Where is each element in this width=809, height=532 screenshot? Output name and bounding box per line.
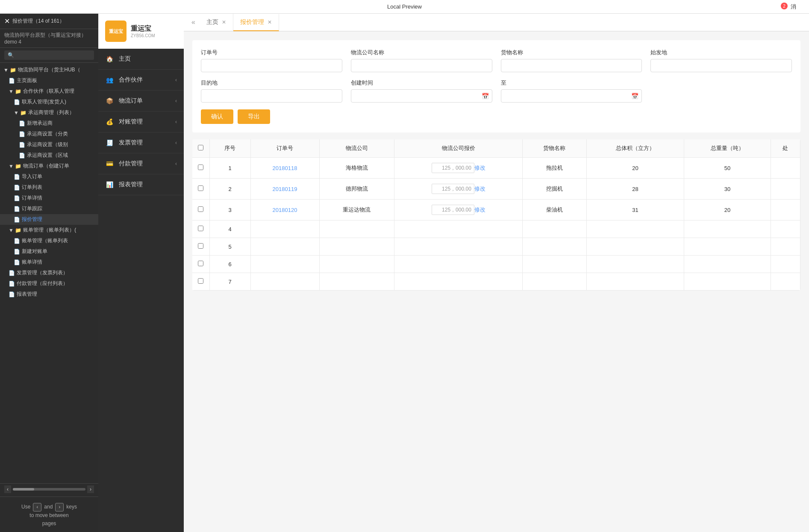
tree-item[interactable]: ▼ 📁 承运商管理（列表） — [0, 107, 98, 118]
price-input[interactable] — [432, 205, 474, 215]
tab-home[interactable]: 主页 ✕ — [200, 14, 233, 31]
sidebar-item-invoice[interactable]: 🧾发票管理‹ — [98, 132, 184, 153]
search-form: 订单号 物流公司名称 货物名称 始发地 — [192, 40, 800, 132]
notification-label[interactable]: 消 — [791, 3, 796, 11]
input-order-no[interactable] — [201, 59, 342, 72]
left-panel-header: ✕ 报价管理（14 of 161） — [0, 14, 98, 29]
tree-item[interactable]: 📄 新建对账单 — [0, 246, 98, 257]
use-text: Use — [21, 503, 30, 511]
tab-quotation[interactable]: 报价管理 ✕ — [233, 14, 279, 31]
nav-next-btn[interactable]: › — [87, 485, 94, 493]
tree-item[interactable]: 📄 承运商设置（区域 — [0, 150, 98, 161]
cell-index: 4 — [209, 220, 250, 238]
cell-index: 1 — [209, 158, 250, 179]
cell-company: 海格物流 — [319, 158, 394, 179]
cell-order-no[interactable]: 20180119 — [250, 179, 319, 200]
left-search-input[interactable] — [4, 50, 94, 60]
sidebar-item-label: 对账管理 — [119, 118, 143, 126]
sidebar-item-label: 合作伙伴 — [119, 76, 143, 84]
tree-item[interactable]: 📄 新增承运商 — [0, 118, 98, 129]
sidebar-item-accounting[interactable]: 💰对账管理‹ — [98, 112, 184, 132]
tab-quotation-close[interactable]: ✕ — [268, 19, 272, 25]
cell-price — [394, 220, 523, 238]
input-destination[interactable] — [201, 89, 342, 103]
input-create-time-end[interactable] — [501, 89, 642, 103]
tree-item[interactable]: 📄 主页面板 — [0, 75, 98, 86]
brand-logo: 重运宝 — [105, 21, 126, 42]
order-link[interactable]: 20180118 — [273, 165, 297, 171]
tree-item[interactable]: 📄 导入订单 — [0, 171, 98, 182]
tree-item[interactable]: ▼ 📁 物流订单（创建订单 — [0, 161, 98, 171]
input-create-time-start[interactable] — [351, 89, 492, 103]
tree-item[interactable]: 📄 订单列表 — [0, 182, 98, 193]
cell-price — [394, 238, 523, 256]
sidebar-item-payment[interactable]: 💳付款管理‹ — [98, 153, 184, 174]
tree-item[interactable]: 📄 报表管理 — [0, 289, 98, 300]
chevron-right-icon: ‹ — [175, 77, 177, 83]
modify-button[interactable]: 修改 — [474, 164, 485, 172]
page-icon: 📄 — [14, 217, 20, 223]
sidebar-item-home[interactable]: 🏠主页 — [98, 49, 184, 70]
tab-home-close[interactable]: ✕ — [222, 19, 226, 25]
input-cargo-name[interactable] — [501, 59, 642, 72]
modify-button[interactable]: 修改 — [474, 206, 485, 214]
table-body: 120180118海格物流修改拖拉机2050220180119德邦物流修改挖掘机… — [192, 158, 800, 291]
tree-item[interactable]: 📄 报价管理 — [0, 214, 98, 225]
page-icon: 📄 — [14, 195, 20, 201]
content-area: « 主页 ✕ 报价管理 ✕ 订单号 物流公司名称 — [184, 14, 809, 532]
tree-item[interactable]: 📄 发票管理（发票列表） — [0, 267, 98, 278]
row-checkbox[interactable] — [198, 165, 203, 170]
field-order-no: 订单号 — [201, 49, 342, 72]
row-checkbox[interactable] — [198, 261, 203, 266]
next-key: › — [55, 503, 64, 511]
tab-collapse-btn[interactable]: « — [187, 14, 200, 31]
nav-prev-btn[interactable]: ‹ — [4, 485, 11, 493]
tree-item[interactable]: 📄 订单跟踪 — [0, 203, 98, 214]
order-link[interactable]: 20180119 — [273, 186, 297, 192]
cell-cargo-name — [523, 256, 586, 273]
order-link[interactable]: 20180120 — [273, 207, 297, 213]
select-all-checkbox[interactable] — [198, 145, 203, 150]
tree-item[interactable]: 📄 付款管理（应付列表） — [0, 278, 98, 289]
price-input[interactable] — [432, 163, 474, 173]
sidebar-item-partners[interactable]: 👥合作伙伴‹ — [98, 70, 184, 91]
label-create-time: 创建时间 — [351, 79, 492, 87]
tree-item[interactable]: 📄 账单详情 — [0, 257, 98, 267]
row-checkbox[interactable] — [198, 206, 203, 212]
field-cargo-name: 货物名称 — [501, 49, 642, 72]
tree-item-label: 新建对账单 — [22, 248, 47, 255]
cell-order-no[interactable]: 20180118 — [250, 158, 319, 179]
page-icon: 📄 — [14, 259, 20, 265]
cell-weight — [684, 220, 771, 238]
tree-item[interactable]: ▼ 📁 账单管理（账单列表）( — [0, 225, 98, 235]
export-button[interactable]: 导出 — [238, 109, 270, 124]
cell-company — [319, 273, 394, 291]
close-icon[interactable]: ✕ — [4, 17, 10, 25]
tree-item[interactable]: 📄 账单管理（账单列表 — [0, 235, 98, 246]
notification-badge[interactable]: 2 — [781, 3, 788, 9]
row-checkbox[interactable] — [198, 226, 203, 231]
cell-volume — [586, 273, 684, 291]
tree-item[interactable]: 📄 联系人管理(发货人) — [0, 97, 98, 107]
sidebar-item-orders[interactable]: 📦物流订单‹ — [98, 91, 184, 112]
col-checkbox — [192, 139, 209, 158]
confirm-button[interactable]: 确认 — [201, 109, 233, 124]
cell-order-no[interactable]: 20180120 — [250, 200, 319, 220]
tree-item[interactable]: 📄 承运商设置（分类 — [0, 129, 98, 139]
tree-item[interactable]: 📄 承运商设置（级别 — [0, 139, 98, 150]
row-checkbox[interactable] — [198, 278, 203, 284]
label-origin: 始发地 — [650, 49, 792, 56]
tree-item[interactable]: ▼ 📁 合作伙伴（联系人管理 — [0, 86, 98, 97]
sidebar-item-report[interactable]: 📊报表管理 — [98, 174, 184, 195]
input-logistics-company[interactable] — [351, 59, 492, 72]
accounting-icon: 💰 — [105, 118, 114, 126]
input-origin[interactable] — [650, 59, 792, 72]
tree-item[interactable]: ▼ 📁 物流协同平台（货主HUB（ — [0, 65, 98, 75]
tree-item[interactable]: 📄 订单详情 — [0, 193, 98, 203]
row-checkbox[interactable] — [198, 243, 203, 249]
modify-button[interactable]: 修改 — [474, 185, 485, 193]
row-checkbox[interactable] — [198, 185, 203, 191]
col-order-no: 订单号 — [250, 139, 319, 158]
invoice-icon: 🧾 — [105, 138, 114, 147]
price-input[interactable] — [432, 184, 474, 194]
